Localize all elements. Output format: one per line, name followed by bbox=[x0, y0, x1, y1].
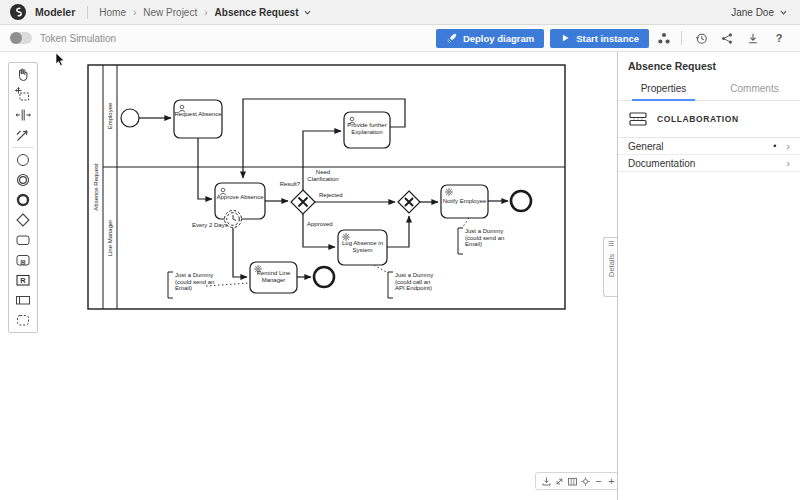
cluster-icon bbox=[657, 32, 671, 45]
export-image-button[interactable] bbox=[541, 474, 553, 488]
gateway-result[interactable] bbox=[291, 190, 315, 214]
breadcrumb-current-file[interactable]: Absence Request bbox=[215, 7, 299, 18]
deploy-diagram-label: Deploy diagram bbox=[463, 33, 534, 44]
gateway-icon bbox=[14, 211, 32, 229]
lane-label-employee[interactable]: Employee bbox=[103, 65, 117, 167]
create-task[interactable] bbox=[9, 230, 37, 250]
pool-label[interactable]: Absence Request bbox=[88, 65, 103, 309]
flow-request-to-approve[interactable] bbox=[198, 138, 212, 199]
end-event-remind[interactable] bbox=[314, 267, 334, 287]
hand-tool[interactable] bbox=[9, 65, 37, 85]
task-label[interactable]: Approve Absence bbox=[215, 194, 265, 201]
details-tab[interactable]: ☰ Details bbox=[603, 237, 618, 297]
global-connect-icon bbox=[14, 126, 32, 144]
breadcrumb-separator: › bbox=[204, 7, 207, 18]
fit-viewport-button[interactable] bbox=[554, 474, 566, 488]
properties-panel: Absence Request Properties Comments COLL… bbox=[617, 52, 800, 500]
token-simulation-label: Token Simulation bbox=[40, 33, 116, 44]
zoom-out-button[interactable]: − bbox=[593, 474, 605, 488]
selection-type-row: COLLABORATION bbox=[618, 101, 800, 138]
start-instance-button[interactable]: Start instance bbox=[550, 29, 649, 48]
group-label: Documentation bbox=[628, 158, 695, 169]
text-annotation[interactable]: Just a Dummy (could call an API Endpoint… bbox=[395, 272, 439, 292]
start-event-icon bbox=[14, 151, 32, 169]
task-label[interactable]: Notify Employee bbox=[437, 198, 492, 205]
task-request-absence[interactable] bbox=[174, 100, 222, 138]
help-button[interactable]: ? bbox=[768, 29, 790, 47]
reset-view-button[interactable] bbox=[580, 474, 592, 488]
create-dmn-decision[interactable]: R bbox=[9, 270, 37, 290]
gateway-merge[interactable] bbox=[398, 191, 420, 213]
end-event-icon bbox=[14, 191, 32, 209]
start-event[interactable] bbox=[121, 109, 139, 127]
app-name: Modeler bbox=[35, 6, 75, 18]
history-icon bbox=[695, 32, 708, 45]
create-gateway[interactable] bbox=[9, 210, 37, 230]
create-participant[interactable] bbox=[9, 290, 37, 310]
end-event-notify[interactable] bbox=[511, 191, 531, 211]
association-notify-note[interactable] bbox=[462, 218, 469, 228]
lane-label-line-manager[interactable]: Line Manager bbox=[103, 167, 117, 309]
task-label[interactable]: Remind Line Manager bbox=[250, 270, 297, 284]
annotation-bracket bbox=[168, 272, 173, 298]
text-annotation[interactable]: Just a Dummy (could send an Email) bbox=[175, 272, 217, 292]
association-log-note[interactable] bbox=[374, 265, 388, 273]
tab-properties[interactable]: Properties bbox=[618, 79, 709, 100]
flow-approved[interactable] bbox=[303, 214, 335, 247]
edited-dot: • bbox=[773, 141, 776, 151]
zoom-in-button[interactable]: + bbox=[606, 474, 618, 488]
group-icon bbox=[14, 311, 32, 329]
create-end-event[interactable] bbox=[9, 190, 37, 210]
toggle-knob bbox=[10, 32, 22, 44]
download-button[interactable] bbox=[742, 29, 764, 47]
diagram-canvas[interactable]: Absence Request Employee Line Manager Re… bbox=[0, 0, 617, 500]
space-tool[interactable] bbox=[9, 105, 37, 125]
panel-title: Absence Request bbox=[618, 52, 800, 79]
edge-label-need-clarification[interactable]: Need Clarification bbox=[303, 169, 343, 182]
token-simulation-toggle[interactable] bbox=[10, 32, 32, 44]
global-connect-tool[interactable] bbox=[9, 125, 37, 145]
breadcrumb-home[interactable]: Home bbox=[99, 7, 126, 18]
share-button[interactable] bbox=[716, 29, 738, 47]
rocket-icon bbox=[446, 33, 457, 44]
history-button[interactable] bbox=[690, 29, 712, 47]
group-documentation[interactable]: Documentation › bbox=[618, 155, 800, 172]
modes-button[interactable] bbox=[653, 29, 675, 47]
app-logo-icon[interactable] bbox=[10, 4, 26, 20]
hand-tool-icon bbox=[14, 66, 32, 84]
participant-icon bbox=[14, 291, 32, 309]
svg-text:R: R bbox=[20, 276, 26, 285]
divider bbox=[87, 6, 88, 19]
create-intermediate-event[interactable] bbox=[9, 170, 37, 190]
dmn-decision-icon: R bbox=[14, 271, 32, 289]
edge-label-result[interactable]: Result? bbox=[276, 181, 300, 188]
details-bars-icon: ☰ bbox=[608, 242, 614, 245]
annotation-bracket bbox=[458, 228, 463, 254]
create-subprocess[interactable] bbox=[9, 250, 37, 270]
task-label[interactable]: Log Absence in System bbox=[338, 240, 387, 254]
breadcrumb-separator: › bbox=[133, 7, 136, 18]
chevron-down-icon[interactable] bbox=[303, 8, 312, 17]
breadcrumb-project[interactable]: New Project bbox=[143, 7, 197, 18]
lasso-tool[interactable] bbox=[9, 85, 37, 105]
create-start-event[interactable] bbox=[9, 150, 37, 170]
tab-comments[interactable]: Comments bbox=[709, 79, 800, 100]
flow-log-to-merge[interactable] bbox=[387, 216, 409, 247]
group-general[interactable]: General • › bbox=[618, 138, 800, 155]
start-instance-label: Start instance bbox=[576, 33, 639, 44]
flow-timer-to-remind[interactable] bbox=[233, 228, 247, 277]
action-toolbar: Token Simulation Deploy diagram Start in… bbox=[0, 25, 800, 52]
task-label[interactable]: Provide further Explanation bbox=[344, 122, 390, 136]
deploy-diagram-button[interactable]: Deploy diagram bbox=[436, 29, 544, 48]
user-menu[interactable]: Jane Doe bbox=[731, 7, 788, 18]
edge-label-approved[interactable]: Approved bbox=[307, 221, 337, 228]
divider bbox=[681, 31, 682, 45]
task-label[interactable]: Request Absence bbox=[174, 111, 222, 118]
create-group[interactable] bbox=[9, 310, 37, 330]
text-annotation[interactable]: Just a Dummy (could send an Email) bbox=[465, 228, 509, 248]
intermediate-event-icon bbox=[14, 171, 32, 189]
minimap-toggle-button[interactable] bbox=[567, 474, 579, 488]
panel-tabs: Properties Comments bbox=[618, 79, 800, 101]
edge-label-every-2-days[interactable]: Every 2 Days bbox=[192, 222, 230, 229]
edge-label-rejected[interactable]: Rejected bbox=[319, 192, 347, 199]
